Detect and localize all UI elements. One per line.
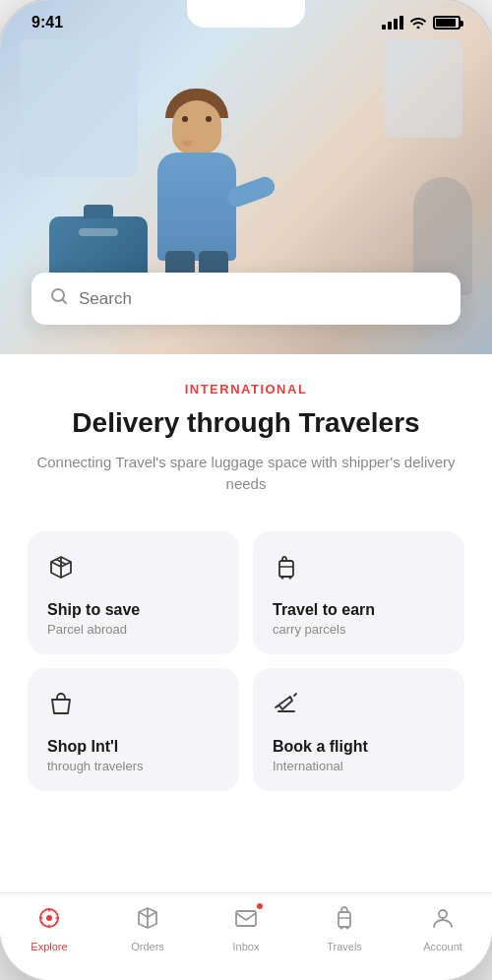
hero-badge: INTERNATIONAL xyxy=(31,382,461,397)
card-desc-travel-to-earn: carry parcels xyxy=(273,622,375,637)
status-icons xyxy=(382,15,461,31)
nav-item-explore[interactable]: Explore xyxy=(20,905,79,952)
luggage-icon xyxy=(273,553,300,587)
account-icon xyxy=(430,905,456,937)
hero-window-left xyxy=(20,39,138,177)
travels-icon xyxy=(332,905,357,937)
person-torso xyxy=(157,153,236,261)
svg-rect-7 xyxy=(338,912,350,927)
person-figure xyxy=(128,103,285,300)
wifi-icon xyxy=(409,15,427,31)
svg-rect-6 xyxy=(236,911,256,926)
bottom-nav: Explore Orders Inbox xyxy=(0,892,492,980)
hero-section xyxy=(0,0,492,354)
nav-item-account[interactable]: Account xyxy=(413,905,472,952)
person-head xyxy=(172,100,221,154)
hero-title: Delivery through Travelers xyxy=(31,406,461,440)
svg-rect-1 xyxy=(279,561,293,577)
card-desc-ship-to-save: Parcel abroad xyxy=(47,622,140,637)
plane-icon xyxy=(273,690,300,724)
search-icon xyxy=(49,286,69,311)
card-desc-shop-intl: through travelers xyxy=(47,759,144,773)
orders-icon xyxy=(135,905,160,937)
hero-text-section: INTERNATIONAL Delivery through Travelers… xyxy=(0,354,492,516)
svg-point-2 xyxy=(281,576,284,579)
card-text-book-flight: Book a flight International xyxy=(273,738,368,773)
svg-point-8 xyxy=(340,927,343,930)
card-title-book-flight: Book a flight xyxy=(273,738,368,756)
service-card-ship-to-save[interactable]: Ship to save Parcel abroad xyxy=(28,531,239,654)
explore-icon xyxy=(36,905,62,937)
card-desc-book-flight: International xyxy=(273,759,368,773)
nav-item-inbox[interactable]: Inbox xyxy=(216,905,276,952)
card-title-shop-intl: Shop Int'l xyxy=(47,738,144,756)
search-bar-container xyxy=(31,273,461,325)
card-text-travel-to-earn: Travel to earn carry parcels xyxy=(273,601,375,637)
nav-item-travels[interactable]: Travels xyxy=(315,905,374,952)
nav-label-explore: Explore xyxy=(31,941,67,952)
main-content: INTERNATIONAL Delivery through Travelers… xyxy=(0,354,492,980)
nav-item-orders[interactable]: Orders xyxy=(118,905,177,952)
notch xyxy=(187,0,305,28)
nav-label-orders: Orders xyxy=(131,941,164,952)
card-title-travel-to-earn: Travel to earn xyxy=(273,601,375,619)
shopping-bag-icon xyxy=(47,690,75,724)
status-time: 9:41 xyxy=(31,14,63,31)
svg-point-9 xyxy=(346,927,349,930)
inbox-icon xyxy=(233,905,259,937)
search-bar[interactable] xyxy=(31,273,461,325)
nav-label-travels: Travels xyxy=(327,941,362,952)
service-card-book-flight[interactable]: Book a flight International xyxy=(253,668,464,791)
signal-icon xyxy=(382,16,403,30)
hero-description: Connecting Travel's spare luggage space … xyxy=(31,452,461,496)
nav-label-account: Account xyxy=(423,941,462,952)
svg-point-10 xyxy=(439,910,447,918)
card-text-ship-to-save: Ship to save Parcel abroad xyxy=(47,601,140,637)
services-grid: Ship to save Parcel abroad Travel t xyxy=(0,516,492,807)
service-card-travel-to-earn[interactable]: Travel to earn carry parcels xyxy=(253,531,464,654)
service-card-shop-intl[interactable]: Shop Int'l through travelers xyxy=(28,668,239,791)
search-input[interactable] xyxy=(79,289,443,309)
svg-point-3 xyxy=(289,576,292,579)
package-icon xyxy=(47,553,75,587)
svg-point-5 xyxy=(46,915,52,921)
hero-window-right xyxy=(384,39,462,138)
battery-icon xyxy=(433,16,461,30)
inbox-badge xyxy=(255,901,265,911)
card-title-ship-to-save: Ship to save xyxy=(47,601,140,619)
nav-label-inbox: Inbox xyxy=(233,941,260,952)
card-text-shop-intl: Shop Int'l through travelers xyxy=(47,738,144,773)
phone-frame: 9:41 xyxy=(0,0,492,980)
